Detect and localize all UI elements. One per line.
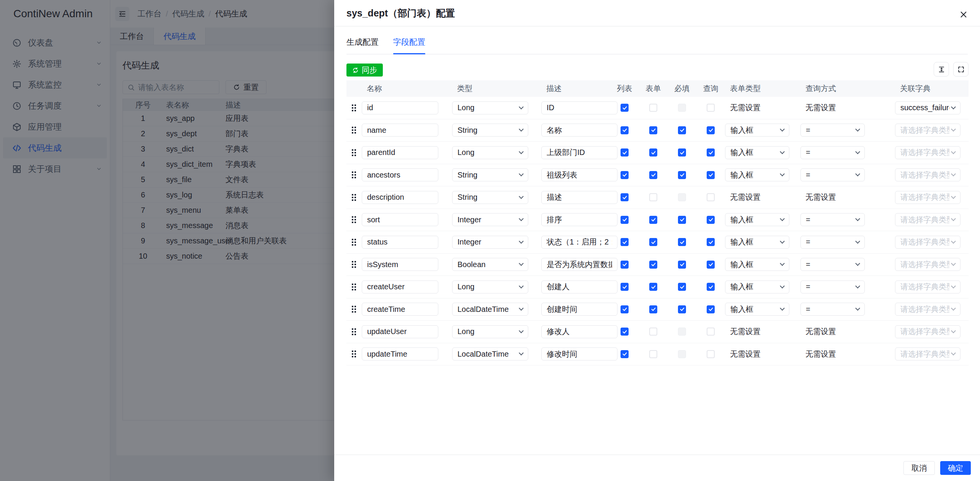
form-type-select[interactable]: 输入框: [725, 168, 789, 181]
field-type-select[interactable]: String: [452, 168, 528, 181]
form-checkbox[interactable]: [649, 350, 657, 358]
dict-select[interactable]: 请选择字典类型: [895, 325, 960, 338]
field-name-input[interactable]: [362, 236, 438, 249]
field-desc-input[interactable]: [541, 124, 617, 137]
close-button[interactable]: [956, 7, 972, 23]
field-name-input[interactable]: [362, 213, 438, 226]
dict-select[interactable]: 请选择字典类型: [895, 303, 960, 316]
field-type-select[interactable]: Boolean: [452, 258, 528, 271]
field-name-input[interactable]: [362, 347, 438, 360]
list-checkbox[interactable]: [621, 216, 629, 224]
form-checkbox[interactable]: [649, 126, 657, 134]
query-type-select[interactable]: =: [800, 303, 865, 316]
required-checkbox[interactable]: [678, 283, 686, 291]
form-checkbox[interactable]: [649, 261, 657, 269]
form-checkbox[interactable]: [649, 305, 657, 313]
query-type-select[interactable]: =: [800, 280, 865, 293]
query-type-select[interactable]: =: [800, 124, 865, 137]
field-desc-input[interactable]: [541, 258, 617, 271]
query-checkbox[interactable]: [707, 104, 715, 112]
query-type-select[interactable]: =: [800, 236, 865, 249]
drag-handle-icon[interactable]: [352, 171, 356, 178]
query-checkbox[interactable]: [707, 238, 715, 246]
drag-handle-icon[interactable]: [352, 104, 356, 111]
field-desc-input[interactable]: [541, 146, 617, 159]
required-checkbox[interactable]: [678, 261, 686, 269]
field-desc-input[interactable]: [541, 236, 617, 249]
field-name-input[interactable]: [362, 191, 438, 204]
form-type-select[interactable]: 输入框: [725, 303, 789, 316]
field-desc-input[interactable]: [541, 191, 617, 204]
field-type-select[interactable]: Long: [452, 280, 528, 293]
field-desc-input[interactable]: [541, 280, 617, 293]
form-checkbox[interactable]: [649, 216, 657, 224]
dict-select[interactable]: 请选择字典类型: [895, 347, 960, 360]
list-checkbox[interactable]: [621, 305, 629, 313]
field-name-input[interactable]: [362, 168, 438, 181]
list-checkbox[interactable]: [621, 261, 629, 269]
query-type-select[interactable]: =: [800, 213, 865, 226]
form-checkbox[interactable]: [649, 171, 657, 179]
form-type-select[interactable]: 输入框: [725, 258, 789, 271]
dict-select[interactable]: 请选择字典类型: [895, 168, 960, 181]
list-checkbox[interactable]: [621, 104, 629, 112]
field-name-input[interactable]: [362, 101, 438, 114]
field-type-select[interactable]: Long: [452, 101, 528, 114]
drag-handle-icon[interactable]: [352, 261, 356, 268]
field-name-input[interactable]: [362, 325, 438, 338]
form-type-select[interactable]: 输入框: [725, 236, 789, 249]
query-checkbox[interactable]: [707, 126, 715, 134]
form-checkbox[interactable]: [649, 104, 657, 112]
query-type-select[interactable]: =: [800, 258, 865, 271]
query-checkbox[interactable]: [707, 350, 715, 358]
field-desc-input[interactable]: [541, 168, 617, 181]
dict-select[interactable]: 请选择字典类型: [895, 258, 960, 271]
field-type-select[interactable]: Long: [452, 325, 528, 338]
required-checkbox[interactable]: [678, 216, 686, 224]
sync-button[interactable]: 同步: [346, 64, 383, 77]
field-name-input[interactable]: [362, 280, 438, 293]
field-type-select[interactable]: LocalDateTime: [452, 347, 528, 360]
field-name-input[interactable]: [362, 258, 438, 271]
list-checkbox[interactable]: [621, 328, 629, 336]
field-name-input[interactable]: [362, 303, 438, 316]
drag-handle-icon[interactable]: [352, 239, 356, 246]
field-type-select[interactable]: LocalDateTime: [452, 303, 528, 316]
query-checkbox[interactable]: [707, 261, 715, 269]
form-checkbox[interactable]: [649, 328, 657, 336]
field-type-select[interactable]: Integer: [452, 236, 528, 249]
form-checkbox[interactable]: [649, 193, 657, 201]
required-checkbox[interactable]: [678, 305, 686, 313]
drawer-tab-字段配置[interactable]: 字段配置: [393, 37, 425, 54]
list-checkbox[interactable]: [621, 238, 629, 246]
form-checkbox[interactable]: [649, 238, 657, 246]
field-type-select[interactable]: String: [452, 191, 528, 204]
required-checkbox[interactable]: [678, 126, 686, 134]
drawer-tab-生成配置[interactable]: 生成配置: [346, 37, 379, 54]
drag-handle-icon[interactable]: [352, 328, 356, 335]
field-desc-input[interactable]: [541, 101, 617, 114]
list-checkbox[interactable]: [621, 193, 629, 201]
drag-handle-icon[interactable]: [352, 127, 356, 134]
field-desc-input[interactable]: [541, 303, 617, 316]
list-checkbox[interactable]: [621, 148, 629, 157]
drag-handle-icon[interactable]: [352, 149, 356, 156]
form-type-select[interactable]: 输入框: [725, 213, 789, 226]
dict-select[interactable]: 请选择字典类型: [895, 191, 960, 204]
form-type-select[interactable]: 输入框: [725, 146, 789, 159]
drag-handle-icon[interactable]: [352, 306, 356, 313]
drag-handle-icon[interactable]: [352, 284, 356, 290]
required-checkbox[interactable]: [678, 238, 686, 246]
field-type-select[interactable]: Integer: [452, 213, 528, 226]
query-checkbox[interactable]: [707, 171, 715, 179]
required-checkbox[interactable]: [678, 148, 686, 157]
field-type-select[interactable]: Long: [452, 146, 528, 159]
list-checkbox[interactable]: [621, 171, 629, 179]
form-type-select[interactable]: 输入框: [725, 124, 789, 137]
form-checkbox[interactable]: [649, 283, 657, 291]
dict-select[interactable]: 请选择字典类型: [895, 236, 960, 249]
query-checkbox[interactable]: [707, 305, 715, 313]
row-height-button[interactable]: [934, 62, 949, 77]
list-checkbox[interactable]: [621, 126, 629, 134]
field-desc-input[interactable]: [541, 213, 617, 226]
